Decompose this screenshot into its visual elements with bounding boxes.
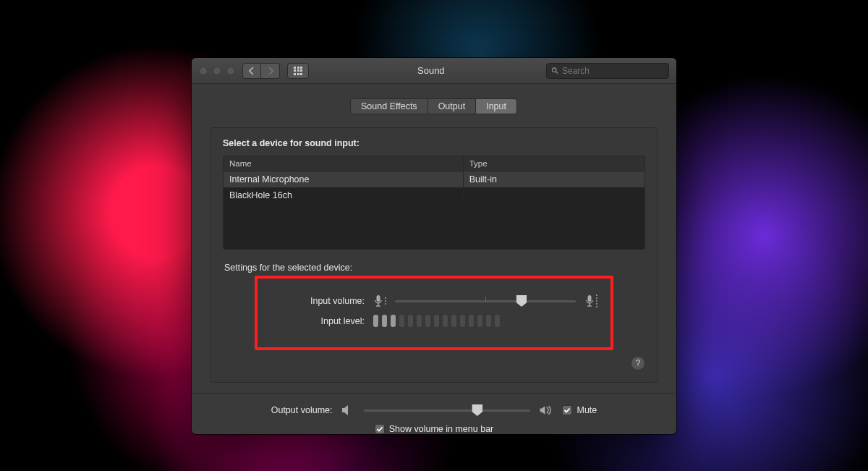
input-level-meter [373,315,500,327]
input-panel: Select a device for sound input: Name Ty… [210,127,658,383]
device-type [464,187,644,203]
speaker-max-icon [539,404,553,417]
divider [192,393,676,394]
column-header-type[interactable]: Type [464,156,644,171]
device-name: BlackHole 16ch [224,187,464,203]
tab-output[interactable]: Output [427,98,477,114]
show-all-button[interactable] [287,63,309,79]
mute-label: Mute [576,405,597,415]
svg-rect-2 [377,295,380,302]
menubar-label: Show volume in menu bar [389,424,494,434]
table-row[interactable]: Internal Microphone Built-in [224,171,644,187]
window-controls [199,67,235,75]
window-title: Sound [417,65,445,76]
input-level-label: Input level: [271,316,365,326]
checkbox-icon [375,424,385,434]
input-volume-slider[interactable] [395,294,576,307]
back-button[interactable] [242,63,261,79]
forward-button[interactable] [261,63,280,79]
search-field[interactable] [546,63,669,79]
svg-point-0 [552,68,556,72]
device-table: Name Type Internal Microphone Built-in B… [223,156,645,250]
search-input[interactable] [562,66,664,76]
microphone-max-icon [584,294,595,307]
svg-rect-5 [588,295,592,302]
sound-preferences-window: Sound Sound Effects Output Input Select … [192,58,676,434]
search-icon [551,67,558,75]
svg-line-1 [556,72,558,73]
speaker-min-icon [341,404,355,417]
output-volume-label: Output volume: [271,405,333,415]
help-button[interactable]: ? [631,356,645,370]
table-row[interactable]: BlackHole 16ch [224,187,644,203]
zoom-icon[interactable] [226,67,235,75]
device-type: Built-in [464,171,644,187]
input-volume-label: Input volume: [271,296,365,306]
tabs: Sound Effects Output Input [210,98,658,114]
annotation-highlight: Input volume: I [255,276,613,350]
microphone-min-icon [373,294,383,307]
grid-icon [294,67,302,75]
minimize-icon[interactable] [213,67,221,75]
show-volume-menubar-checkbox[interactable]: Show volume in menu bar [375,424,494,434]
settings-heading: Settings for the selected device: [224,263,645,273]
device-name: Internal Microphone [224,171,464,187]
titlebar: Sound [192,58,676,84]
output-volume-slider[interactable] [364,404,530,417]
nav-back-forward [242,63,280,79]
tab-sound-effects[interactable]: Sound Effects [350,98,428,114]
tab-input[interactable]: Input [475,98,517,114]
mute-checkbox[interactable]: Mute [562,405,597,415]
select-device-heading: Select a device for sound input: [223,138,645,148]
column-header-name[interactable]: Name [224,156,464,171]
close-icon[interactable] [199,67,208,75]
checkbox-icon [562,405,572,415]
